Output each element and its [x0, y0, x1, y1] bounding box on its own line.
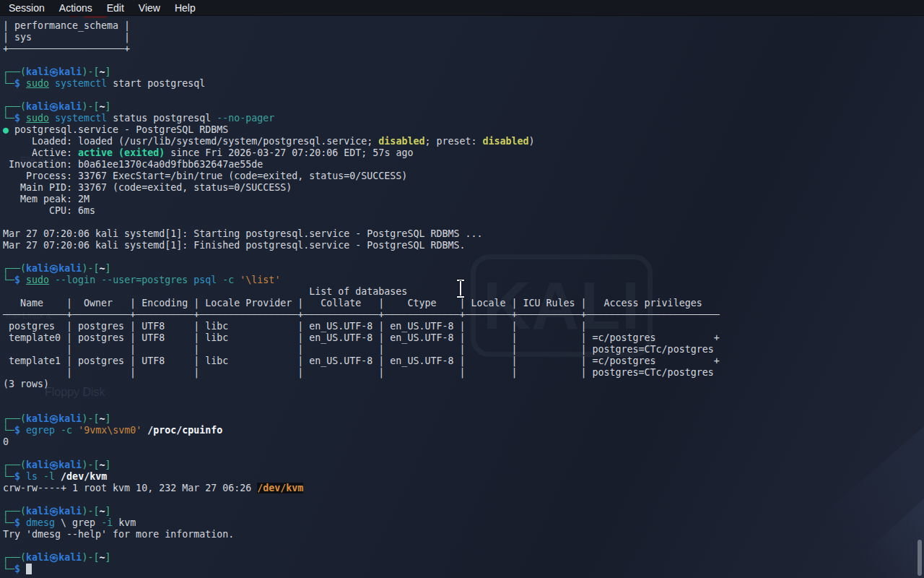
terminal-line: ┌──(kali㉿kali)-[~]: [3, 66, 720, 78]
terminal-line: | performance_schema |: [3, 20, 720, 32]
text-cursor: [26, 564, 32, 574]
terminal-line: └─$: [3, 564, 720, 575]
terminal-line: CPU: 6ms: [3, 205, 720, 217]
terminal-line: | sys |: [3, 32, 720, 43]
terminal-line: ┌──(kali㉿kali)-[~]: [3, 413, 720, 425]
terminal-line: [3, 217, 720, 228]
terminal-line: Active: active (exited) since Fri 2026-0…: [3, 147, 720, 159]
terminal-line: [3, 251, 720, 263]
terminal-line: (3 rows): [3, 379, 720, 390]
menu-view[interactable]: View: [131, 1, 167, 14]
terminal-line: [3, 390, 720, 402]
terminal-line: └─$ dmesg \ grep -i kvm: [3, 517, 720, 529]
terminal-line: └─$ sudo systemctl start postgresql: [3, 78, 720, 90]
terminal-line: List of databases: [3, 286, 720, 298]
terminal-line: postgres | postgres | UTF8 | libc | en_U…: [3, 321, 720, 332]
terminal-line: Main PID: 33767 (code=exited, status=0/S…: [3, 182, 720, 194]
terminal-line: ┌──(kali㉿kali)-[~]: [3, 263, 720, 275]
terminal-line: [3, 494, 720, 506]
terminal-line: Invocation: b0a61ee1370c4a0d9fbb632647ae…: [3, 159, 720, 171]
terminal-line: Mar 27 07:20:06 kali systemd[1]: Finishe…: [3, 240, 720, 251]
menubar: Session Actions Edit View Help: [0, 0, 924, 16]
terminal-line: ┌──(kali㉿kali)-[~]: [3, 460, 720, 471]
terminal-line: 0: [3, 436, 720, 448]
terminal-line: └─$ sudo systemctl status postgresql --n…: [3, 113, 720, 124]
terminal-line: +────────────────────+: [3, 43, 720, 55]
terminal-line: template0 | postgres | UTF8 | libc | en_…: [3, 332, 720, 344]
menu-actions[interactable]: Actions: [52, 1, 100, 14]
menu-session[interactable]: Session: [1, 1, 52, 14]
terminal-line: | | | | | | | | postgres=CTc/postgres: [3, 367, 720, 379]
terminal-line: └─$ egrep -c '9vmx\svm0' /proc/cpuinfo: [3, 425, 720, 436]
terminal-line: [3, 55, 720, 66]
terminal-line: ┌──(kali㉿kali)-[~]: [3, 101, 720, 113]
terminal-line: [3, 402, 720, 413]
terminal-line: Try 'dmesg --help' for more information.: [3, 529, 720, 540]
mouse-ibeam-cursor: [456, 280, 466, 298]
terminal-line: Mem peak: 2M: [3, 194, 720, 205]
terminal-line: ┌──(kali㉿kali)-[~]: [3, 506, 720, 517]
terminal-line: ● postgresql.service - PostgreSQL RDBMS: [3, 124, 720, 136]
terminal-scrollbar[interactable]: [918, 540, 922, 576]
terminal-line: Loaded: loaded (/usr/lib/systemd/system/…: [3, 136, 720, 147]
menu-help[interactable]: Help: [167, 1, 203, 14]
terminal-line: [3, 448, 720, 460]
menu-edit[interactable]: Edit: [100, 1, 131, 14]
terminal-line: template1 | postgres | UTF8 | libc | en_…: [3, 355, 720, 367]
terminal-line: Mar 27 07:20:06 kali systemd[1]: Startin…: [3, 228, 720, 240]
terminal-line: └─$ ls -l /dev/kvm: [3, 471, 720, 483]
terminal-line: ┌──(kali㉿kali)-[~]: [3, 552, 720, 564]
terminal-line: └─$ sudo --login --user=postgres psql -c…: [3, 275, 720, 286]
terminal-line: Process: 33767 ExecStart=/bin/true (code…: [3, 171, 720, 182]
terminal-line: crw-rw----+ 1 root kvm 10, 232 Mar 27 06…: [3, 483, 720, 494]
terminal-output[interactable]: | performance_schema || sys |+──────────…: [3, 20, 720, 575]
terminal-line: ───────────+──────────+──────────+──────…: [3, 309, 720, 321]
terminal-line: [3, 90, 720, 101]
terminal-line: | | | | | | | | postgres=CTc/postgres: [3, 344, 720, 355]
terminal-line: Name | Owner | Encoding | Locale Provide…: [3, 298, 720, 309]
terminal-line: [3, 540, 720, 552]
